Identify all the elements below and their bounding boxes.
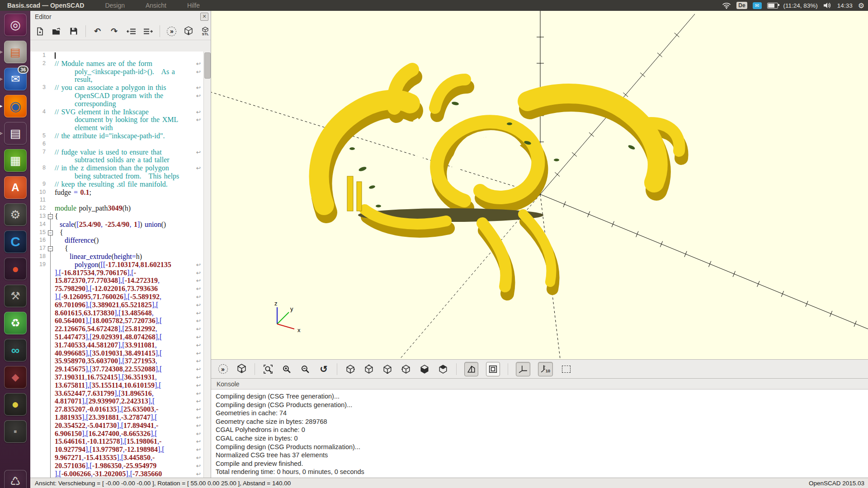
show-scale-markers-button[interactable]: 10 (538, 362, 553, 376)
launcher-item-chromium[interactable]: C (4, 230, 27, 253)
code-text: 10.927794],[13.977987,-12.198984],[ (55, 446, 165, 454)
code-line-wrap: 40.996685],[35.019031,38.491415],[↩ (30, 349, 211, 357)
code-text: ],[-16.817534,79.706176],[- (55, 269, 136, 277)
preview-button[interactable]: » (166, 25, 177, 37)
code-line-wrap: 15.872370,77.770348],[-14.272319,↩ (30, 277, 211, 285)
perspective-view-button[interactable] (464, 362, 478, 376)
3d-viewport[interactable]: z y x (211, 11, 868, 359)
view-all-button[interactable] (561, 364, 571, 375)
launcher-item-trash[interactable]: ♺ (4, 470, 27, 488)
view-back-button[interactable] (438, 364, 448, 375)
fold-guide-line (50, 422, 51, 430)
code-text: // keep the resulting .stl file manifold… (55, 180, 168, 188)
render-button[interactable] (236, 364, 247, 375)
fold-marker-icon[interactable]: − (48, 230, 53, 235)
view-right-button[interactable] (345, 364, 356, 375)
session-gear-icon[interactable]: ⚙ (858, 1, 864, 10)
launcher-item-app-tools[interactable]: ⚒ (4, 285, 27, 307)
volume-icon[interactable] (823, 2, 832, 9)
line-number: 5 (30, 132, 46, 140)
code-line-wrap: 15.646161,-10.112578],[15.198061,-↩ (30, 437, 211, 446)
orthogonal-view-button[interactable] (486, 362, 500, 376)
console-message: CGAL Polyhedrons in cache: 0 (216, 426, 868, 434)
menu-ansicht[interactable]: Ansicht (146, 2, 166, 9)
axis-tick (588, 211, 590, 217)
editor-panel: Editor ✕ ↶ ↷ » (30, 11, 211, 478)
fold-guide-line (50, 325, 51, 333)
save-button[interactable] (69, 25, 79, 37)
code-text: // you can associate a polygon in this (55, 84, 166, 92)
zoom-all-button[interactable] (263, 364, 274, 375)
code-text: 37.190311,16.752415],[36.351931, (55, 373, 157, 381)
launcher-item-system-settings[interactable]: ⚙ (4, 203, 27, 226)
new-file-button[interactable] (35, 25, 45, 37)
libreoffice-writer-icon: ▤ (10, 127, 21, 139)
code-text: 69.701096],[3.389021,65.521825],[ (55, 301, 158, 309)
unindent-button[interactable] (126, 25, 137, 37)
launcher-item-software-center[interactable]: A (4, 176, 27, 199)
editor-scrollbar-thumb[interactable] (204, 52, 211, 79)
menu-hilfe[interactable]: Hilfe (187, 2, 200, 9)
code-line-2: 2// Module names are of the form↩ (30, 60, 211, 68)
launcher-item-thunderbird[interactable]: ✉36▹ (4, 68, 27, 90)
launcher-item-app-darkred[interactable]: ◆ (4, 366, 27, 389)
launcher-item-app-green[interactable]: ♻ (4, 312, 27, 334)
launcher-item-libreoffice-writer[interactable]: ▤▹ (4, 122, 27, 145)
code-text: 4.817071],[29.939907,2.242313],[ (55, 397, 155, 405)
launcher-item-files[interactable]: ▤▹ (4, 41, 27, 63)
gizmo-z-label: z (274, 300, 278, 307)
launcher-item-dash-home[interactable]: ◎ (4, 14, 27, 36)
redo-button[interactable]: ↷ (109, 25, 119, 37)
axis-tick (757, 281, 760, 287)
running-indicator-icon: ▹ (0, 49, 3, 55)
code-line-9: 9// keep the resulting .stl file manifol… (30, 180, 211, 188)
launcher-item-app-gray[interactable]: ▪ (4, 420, 27, 443)
battery-text[interactable]: (11:24, 83%) (783, 2, 818, 9)
view-bottom-button[interactable] (382, 364, 393, 375)
app-orange-disc-icon: ● (12, 263, 19, 275)
line-wrap-icon: ↩ (196, 149, 201, 157)
view-front-button[interactable] (419, 364, 430, 375)
fold-marker-icon[interactable]: − (48, 214, 53, 219)
launcher-item-app-goggles[interactable]: ∞ (4, 339, 27, 361)
viewport-toolbar: » ↺ (211, 359, 868, 379)
gizmo-y-label: y (290, 305, 293, 312)
launcher-item-libreoffice-calc[interactable]: ▦ (4, 149, 27, 172)
thunderbird-icon: ✉ (11, 74, 20, 84)
show-axes-button[interactable] (516, 362, 530, 376)
zoom-in-button[interactable] (281, 364, 292, 375)
mail-indicator-icon[interactable]: ✉ (753, 2, 762, 9)
editor-scrollbar[interactable] (203, 52, 211, 488)
indent-button[interactable] (143, 25, 153, 37)
export-stl-button[interactable]: STL (200, 25, 211, 37)
line-wrap-icon: ↩ (196, 366, 201, 374)
line-wrap-icon: ↩ (196, 390, 201, 398)
code-text: 22.126676,54.672428],[25.812992, (55, 325, 157, 333)
launcher-item-firefox[interactable]: ◉▸ (4, 95, 27, 117)
launcher-item-app-orange-disc[interactable]: ● (4, 258, 27, 280)
clock[interactable]: 14:33 (837, 2, 853, 9)
menu-design[interactable]: Design (105, 2, 125, 9)
line-number: 7 (30, 148, 46, 156)
line-number: 17 (30, 244, 46, 253)
fold-marker-icon[interactable]: − (48, 246, 53, 251)
launcher-item-openscad[interactable]: ● (4, 393, 27, 416)
render-button[interactable] (183, 25, 193, 37)
axis-tick (708, 261, 711, 267)
view-top-button[interactable] (363, 364, 374, 375)
editor-close-icon[interactable]: ✕ (200, 13, 208, 21)
code-line-19: 19 polygon([[-17.103174,81.602135↩ (30, 261, 211, 269)
view-left-button[interactable] (401, 364, 411, 375)
code-editor-area[interactable]: 12// Module names are of the form↩ poly_… (30, 52, 211, 488)
preview-button[interactable]: » (217, 364, 228, 375)
code-text: 9.967271,-15.413535],[3.445850,- (55, 454, 155, 462)
console-output[interactable]: Compiling design (CSG Tree generation)..… (211, 389, 868, 476)
keyboard-layout-indicator[interactable]: De (736, 2, 747, 9)
undo-button[interactable]: ↶ (92, 25, 103, 37)
wifi-icon[interactable] (722, 2, 731, 9)
axis-scale-ticks (537, 33, 856, 327)
reset-view-button[interactable]: ↺ (318, 364, 329, 375)
zoom-out-button[interactable] (300, 364, 311, 375)
open-file-button[interactable] (52, 25, 62, 37)
battery-icon[interactable] (767, 3, 778, 9)
